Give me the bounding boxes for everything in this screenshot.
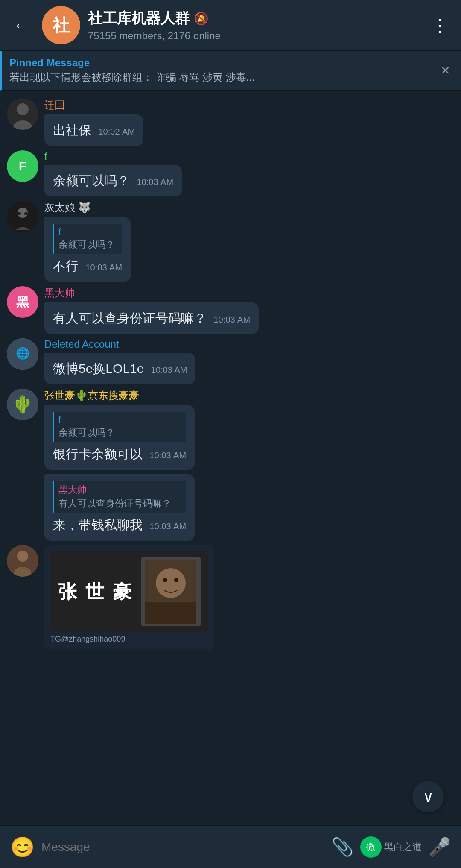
sender-name: 张世豪🌵京东搜豪豪 bbox=[44, 389, 411, 402]
svg-point-15 bbox=[156, 568, 186, 598]
mic-button[interactable]: 🎤 bbox=[429, 836, 451, 857]
timestamp: 10:03 AM bbox=[85, 263, 122, 272]
message-row: 🌐 Deleted Account 微博5e换LOL1e 10:03 AM bbox=[7, 338, 454, 384]
timestamp: 10:03 AM bbox=[151, 365, 187, 375]
chat-area: 迁回 出社保 10:02 AM F f 余额可以吗？ 10:03 AM bbox=[0, 91, 461, 825]
message-row: 黑大帅 有人可以查身份证号码嘛？ 来，带钱私聊我 10:03 AM bbox=[7, 474, 454, 541]
svg-rect-18 bbox=[145, 602, 196, 624]
message-row: 灰太娘 🐺 f 余额可以吗？ 不行 10:03 AM bbox=[7, 201, 454, 282]
quote-sender: f bbox=[58, 414, 182, 425]
avatar bbox=[7, 98, 38, 130]
pinned-content: Pinned Message 若出现以下情形会被移除群组： 诈骗 辱骂 涉黄 涉… bbox=[9, 57, 255, 84]
message-text: 不行 bbox=[53, 259, 79, 273]
svg-text:🌐: 🌐 bbox=[16, 346, 30, 360]
sticker-name-text: 张 世 豪 bbox=[58, 579, 133, 604]
message-bubble: f 余额可以吗？ 银行卡余额可以 10:03 AM bbox=[44, 405, 195, 470]
avatar: 🌐 bbox=[7, 338, 38, 370]
timestamp: 10:03 AM bbox=[213, 315, 250, 324]
message-row: 张 世 豪 TG@zhangshihao009 bbox=[7, 545, 454, 650]
bubble-wrap: 黑大帅 有人可以查身份证号码嘛？ 来，带钱私聊我 10:03 AM bbox=[44, 474, 411, 541]
pinned-close-button[interactable]: × bbox=[438, 60, 453, 81]
message-text: 微博5e换LOL1e bbox=[53, 361, 144, 375]
avatar bbox=[7, 201, 38, 232]
message-text: 有人可以查身份证号码嘛？ bbox=[53, 311, 207, 325]
quote-text: 有人可以查身份证号码嘛？ bbox=[58, 497, 182, 510]
group-info: 社工库机器人群 🔕 75155 members, 2176 online bbox=[88, 9, 419, 42]
group-avatar: 社 bbox=[42, 6, 80, 44]
timestamp: 10:03 AM bbox=[137, 177, 173, 187]
quote-block: f 余额可以吗？ bbox=[53, 224, 122, 254]
message-text: 余额可以吗？ bbox=[53, 173, 130, 188]
message-bubble: f 余额可以吗？ 不行 10:03 AM bbox=[44, 217, 131, 282]
message-bubble: 微博5e换LOL1e 10:03 AM bbox=[44, 353, 195, 384]
sticker-face bbox=[141, 557, 201, 626]
avatar: 黑 bbox=[7, 286, 38, 318]
sticker-wrap: 张 世 豪 TG@zhangshihao009 bbox=[44, 545, 411, 650]
mute-icon: 🔕 bbox=[194, 12, 209, 26]
svg-point-1 bbox=[17, 103, 29, 115]
message-row: 🌵 张世豪🌵京东搜豪豪 f 余额可以吗？ 银行卡余额可以 10:03 AM bbox=[7, 389, 454, 470]
sticker-bubble: 张 世 豪 TG@zhangshihao009 bbox=[44, 545, 214, 650]
svg-point-6 bbox=[24, 212, 28, 215]
watermark-icon: 微 bbox=[360, 836, 382, 858]
bubble-wrap: 黑大帅 有人可以查身份证号码嘛？ 10:03 AM bbox=[44, 286, 411, 334]
tg-handle: TG@zhangshihao009 bbox=[50, 635, 208, 644]
avatar-letter: 黑 bbox=[16, 293, 29, 311]
message-text: 出社保 bbox=[53, 123, 91, 137]
timestamp: 10:03 AM bbox=[149, 522, 186, 531]
bubble-wrap: Deleted Account 微博5e换LOL1e 10:03 AM bbox=[44, 338, 411, 384]
header: ← 社 社工库机器人群 🔕 75155 members, 2176 online… bbox=[0, 0, 461, 51]
quote-block: 黑大帅 有人可以查身份证号码嘛？ bbox=[53, 481, 186, 513]
bubble-wrap: 迁回 出社保 10:02 AM bbox=[44, 98, 411, 146]
scroll-to-bottom-button[interactable]: ∨ bbox=[412, 781, 444, 812]
svg-point-16 bbox=[163, 578, 167, 582]
message-bubble: 余额可以吗？ 10:03 AM bbox=[44, 165, 182, 196]
avatar: F bbox=[7, 150, 38, 182]
svg-point-5 bbox=[18, 212, 21, 215]
quote-sender: 黑大帅 bbox=[58, 484, 182, 496]
bubble-wrap: 灰太娘 🐺 f 余额可以吗？ 不行 10:03 AM bbox=[44, 201, 411, 282]
svg-point-12 bbox=[17, 551, 28, 562]
message-text: 来，带钱私聊我 bbox=[53, 518, 143, 532]
emoji-button[interactable]: 😊 bbox=[10, 836, 35, 859]
quote-block: f 余额可以吗？ bbox=[53, 412, 186, 442]
avatar: 🌵 bbox=[7, 389, 38, 420]
pinned-message-bar[interactable]: Pinned Message 若出现以下情形会被移除群组： 诈骗 辱骂 涉黄 涉… bbox=[0, 51, 461, 91]
avatar-letter: F bbox=[19, 159, 26, 173]
more-button[interactable]: ⋮ bbox=[427, 14, 452, 37]
message-text: 银行卡余额可以 bbox=[53, 447, 143, 461]
bottom-bar: 😊 📎 微 黑白之道 🎤 bbox=[0, 825, 461, 868]
message-bubble: 有人可以查身份证号码嘛？ 10:03 AM bbox=[44, 302, 259, 334]
sender-name: 黑大帅 bbox=[44, 286, 411, 300]
sender-name: 灰太娘 🐺 bbox=[44, 201, 411, 214]
message-bubble: 出社保 10:02 AM bbox=[44, 114, 143, 146]
quote-sender: f bbox=[58, 226, 118, 238]
message-input[interactable] bbox=[41, 840, 324, 854]
pinned-title: Pinned Message bbox=[9, 57, 255, 69]
watermark: 微 黑白之道 bbox=[360, 836, 422, 858]
quote-text: 余额可以吗？ bbox=[58, 426, 182, 439]
sticker-image: 张 世 豪 bbox=[50, 551, 208, 632]
message-row: 黑 黑大帅 有人可以查身份证号码嘛？ 10:03 AM bbox=[7, 286, 454, 334]
group-members: 75155 members, 2176 online bbox=[88, 30, 419, 42]
message-bubble: 黑大帅 有人可以查身份证号码嘛？ 来，带钱私聊我 10:03 AM bbox=[44, 474, 195, 541]
message-row: F f 余额可以吗？ 10:03 AM bbox=[7, 150, 454, 196]
svg-point-17 bbox=[174, 578, 178, 582]
sender-name: Deleted Account bbox=[44, 338, 411, 350]
watermark-label: 黑白之道 bbox=[384, 841, 422, 853]
quote-text: 余额可以吗？ bbox=[58, 238, 118, 251]
pinned-text: 若出现以下情形会被移除群组： 诈骗 辱骂 涉黄 涉毒... bbox=[9, 70, 255, 84]
message-row: 迁回 出社保 10:02 AM bbox=[7, 98, 454, 146]
bubble-wrap: f 余额可以吗？ 10:03 AM bbox=[44, 150, 411, 196]
sender-name: f bbox=[44, 150, 411, 162]
group-name: 社工库机器人群 bbox=[88, 9, 190, 28]
attach-button[interactable]: 📎 bbox=[331, 836, 353, 857]
timestamp: 10:02 AM bbox=[98, 127, 135, 136]
avatar bbox=[7, 545, 38, 577]
sender-name: 迁回 bbox=[44, 98, 411, 112]
timestamp: 10:03 AM bbox=[149, 451, 186, 460]
bubble-wrap: 张世豪🌵京东搜豪豪 f 余额可以吗？ 银行卡余额可以 10:03 AM bbox=[44, 389, 411, 470]
svg-text:🌵: 🌵 bbox=[12, 394, 33, 414]
back-button[interactable]: ← bbox=[9, 14, 34, 37]
